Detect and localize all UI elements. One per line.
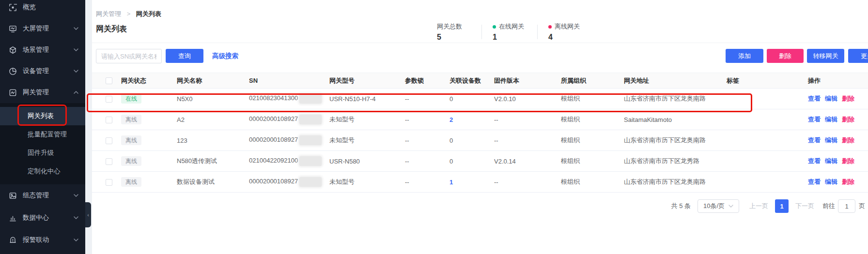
stat-divider bbox=[537, 25, 538, 39]
add-button[interactable]: 添加 bbox=[726, 49, 763, 63]
offline-dot-icon bbox=[548, 25, 552, 29]
goto-page-input[interactable] bbox=[838, 199, 855, 213]
sidebar-item-customization-center[interactable]: 定制化中心 bbox=[0, 162, 85, 180]
row-action-edit[interactable]: 编辑 bbox=[825, 95, 837, 102]
header-divider bbox=[92, 43, 868, 43]
row-action-view[interactable]: 查看 bbox=[808, 136, 821, 144]
row-checkbox[interactable] bbox=[106, 137, 112, 144]
stat-online-label: 在线网关 bbox=[499, 22, 524, 31]
gateway-management-page: { "colors": { "accent_blue": "#3a6bf5", … bbox=[0, 0, 868, 254]
sidebar-item-alarm-linkage[interactable]: 报警联动 bbox=[0, 229, 85, 251]
breadcrumb-separator: > bbox=[127, 10, 131, 17]
page-number-1[interactable]: 1 bbox=[775, 199, 789, 213]
chevron-up-icon bbox=[74, 91, 78, 94]
row-checkbox-cell bbox=[92, 172, 121, 193]
row-checkbox[interactable] bbox=[106, 179, 112, 186]
row-action-delete[interactable]: 删除 bbox=[842, 178, 854, 185]
sidebar-item-device[interactable]: 设备管理 bbox=[0, 60, 85, 82]
sidebar-item-label: 场景管理 bbox=[23, 45, 74, 54]
row-checkbox[interactable] bbox=[106, 158, 112, 165]
row-action-delete[interactable]: 删除 bbox=[842, 136, 854, 144]
advanced-search-link[interactable]: 高级搜索 bbox=[212, 52, 238, 60]
header-sn: SN bbox=[249, 73, 329, 89]
tags-cell bbox=[727, 130, 808, 151]
sn-redaction bbox=[299, 135, 322, 145]
row-action-view[interactable]: 查看 bbox=[808, 116, 821, 123]
sidebar-item-overview[interactable]: 概览 bbox=[0, 0, 85, 18]
sidebar-item-data-center[interactable]: 数据中心 bbox=[0, 207, 85, 229]
sidebar-item-label: 概览 bbox=[23, 3, 78, 12]
page-size-select[interactable]: 10条/页 bbox=[698, 199, 739, 213]
row-action-edit[interactable]: 编辑 bbox=[825, 157, 837, 164]
more-button[interactable]: 更多 bbox=[848, 49, 868, 63]
param-lock: -- bbox=[405, 109, 450, 130]
next-page-button[interactable]: 下一页 bbox=[795, 202, 814, 210]
device-count-link[interactable]: 1 bbox=[450, 179, 453, 186]
status-cell: 离线 bbox=[121, 151, 177, 172]
stat-offline-value: 4 bbox=[548, 33, 582, 42]
sidebar-item-label: 组态管理 bbox=[23, 191, 74, 200]
query-button[interactable]: 查询 bbox=[166, 49, 203, 63]
stat-total: 网关总数 5 bbox=[437, 22, 471, 42]
breadcrumb-parent[interactable]: 网关管理 bbox=[96, 10, 121, 17]
status-badge: 离线 bbox=[121, 135, 141, 145]
row-action-view[interactable]: 查看 bbox=[808, 157, 821, 164]
sidebar-item-label: 设备管理 bbox=[23, 67, 74, 75]
header-name: 网关名称 bbox=[177, 73, 249, 89]
toolbar: 查询 高级搜索 添加 删除 转移网关 更多 bbox=[96, 49, 868, 63]
row-action-delete[interactable]: 删除 bbox=[842, 95, 854, 102]
device-count: 0 bbox=[450, 137, 453, 144]
gateway-sn: 00002000108927 bbox=[249, 109, 329, 130]
online-dot-icon bbox=[493, 25, 496, 29]
pagination-total: 共 5 条 bbox=[671, 202, 691, 210]
gateway-address: SaitamaKitamoto bbox=[624, 109, 727, 130]
device-count-link[interactable]: 2 bbox=[450, 116, 453, 123]
row-action-edit[interactable]: 编辑 bbox=[825, 178, 837, 185]
sidebar-item-gateway-list[interactable]: 网关列表 bbox=[0, 107, 85, 125]
sidebar-item-value-added[interactable]: 增值服务 bbox=[0, 251, 85, 254]
sidebar-item-gateway[interactable]: 网关管理 bbox=[0, 82, 85, 103]
sidebar-item-firmware-upgrade[interactable]: 固件升级 bbox=[0, 144, 85, 162]
table-row: 离线数据设备测试00002000108927未知型号--1--根组织山东省济南市… bbox=[92, 172, 868, 193]
chevron-down-icon bbox=[728, 205, 733, 208]
firmware-version: -- bbox=[494, 109, 561, 130]
search-input[interactable] bbox=[96, 49, 162, 63]
sidebar-item-scene[interactable]: 场景管理 bbox=[0, 39, 85, 60]
delete-button[interactable]: 删除 bbox=[767, 49, 804, 63]
chevron-down-icon bbox=[74, 48, 78, 51]
gateway-model: 未知型号 bbox=[329, 130, 405, 151]
tags-cell bbox=[727, 151, 808, 172]
status-cell: 离线 bbox=[121, 172, 177, 193]
main-content: 网关管理 > 网关列表 网关列表 网关总数 5 在线网关 1 离线网关 4 查询… bbox=[92, 0, 868, 254]
gateway-address: 山东省济南市历下区龙秀路 bbox=[624, 151, 727, 172]
row-action-view[interactable]: 查看 bbox=[808, 95, 821, 102]
gateway-name: 数据设备测试 bbox=[177, 172, 249, 193]
sidebar-item-batch-config[interactable]: 批量配置管理 bbox=[0, 125, 85, 144]
row-checkbox[interactable] bbox=[106, 96, 112, 103]
sidebar-item-big-screen[interactable]: 大屏管理 bbox=[0, 18, 85, 39]
header-device-count: 关联设备数 bbox=[450, 73, 494, 89]
sidebar-collapse-handle[interactable]: ‹ bbox=[85, 202, 91, 227]
stat-offline-label: 离线网关 bbox=[555, 22, 580, 31]
chevron-down-icon bbox=[74, 70, 78, 73]
row-action-delete[interactable]: 删除 bbox=[842, 157, 854, 164]
chevron-down-icon bbox=[74, 239, 78, 241]
header-checkbox-cell bbox=[92, 73, 121, 89]
param-lock: -- bbox=[405, 172, 450, 193]
tags-cell bbox=[727, 172, 808, 193]
header-organization: 所属组织 bbox=[561, 73, 624, 89]
prev-page-button[interactable]: 上一页 bbox=[749, 202, 768, 210]
breadcrumb-current: 网关列表 bbox=[136, 10, 161, 17]
actions-cell: 查看编辑删除 bbox=[808, 109, 868, 130]
row-action-edit[interactable]: 编辑 bbox=[825, 136, 837, 144]
row-checkbox[interactable] bbox=[106, 117, 112, 123]
row-action-delete[interactable]: 删除 bbox=[842, 116, 854, 123]
sidebar-item-configuration[interactable]: 组态管理 bbox=[0, 184, 85, 207]
row-action-edit[interactable]: 编辑 bbox=[825, 116, 837, 123]
device-count-cell: 0 bbox=[450, 151, 494, 172]
status-cell: 离线 bbox=[121, 109, 177, 130]
sidebar-item-label: 大屏管理 bbox=[23, 24, 74, 33]
transfer-gateway-button[interactable]: 转移网关 bbox=[807, 49, 844, 63]
select-all-checkbox[interactable] bbox=[106, 77, 112, 84]
row-action-view[interactable]: 查看 bbox=[808, 178, 821, 185]
